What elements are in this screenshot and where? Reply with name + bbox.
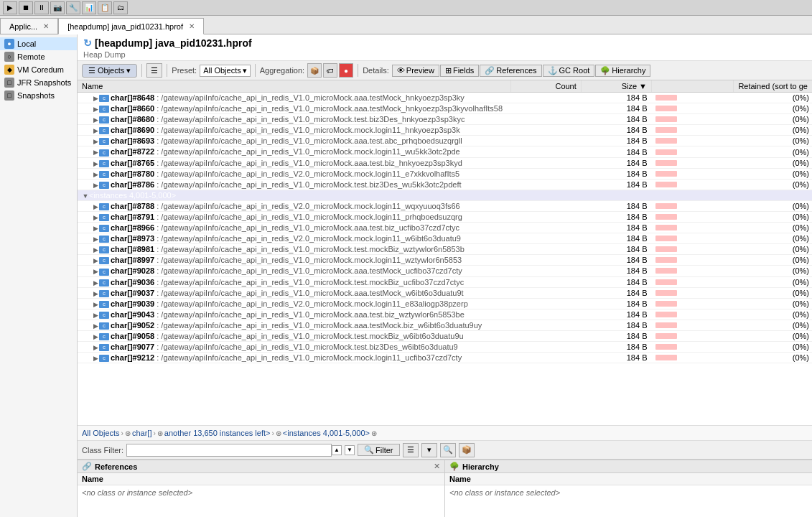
filter-input[interactable] <box>126 444 332 457</box>
toolbar-icon-5[interactable]: 🔧 <box>66 1 80 14</box>
table-row[interactable]: ▶cchar[]#8680 : /gateway/apiInfo/cache_a… <box>78 114 812 125</box>
aggr-icon-1[interactable]: 📦 <box>307 63 322 78</box>
filter-spinner-up[interactable]: ▲ <box>332 445 342 455</box>
sidebar-item-snapshots[interactable]: □ Snapshots <box>0 89 77 102</box>
expand-icon[interactable]: ▶ <box>92 322 99 330</box>
sidebar-item-local[interactable]: ● Local <box>0 37 77 50</box>
toolbar-icon-8[interactable]: 🗂 <box>113 1 128 14</box>
filter-extra-btn-1[interactable]: 🔍 <box>440 443 456 457</box>
sidebar-item-vm[interactable]: ◆ VM Coredum <box>0 63 77 76</box>
expand-icon[interactable]: ▶ <box>92 301 99 308</box>
toolbar-icon-7[interactable]: 📋 <box>98 1 112 14</box>
table-row[interactable]: ▶cchar[]#9043 : /gateway/apiInfo/cache_a… <box>78 309 812 320</box>
refresh-icon[interactable]: ↻ <box>83 37 92 49</box>
table-row[interactable]: ▶cchar[]#9036 : /gateway/apiInfo/cache_a… <box>78 276 812 287</box>
expand-icon[interactable]: ▶ <box>92 95 99 102</box>
filter-extra-btn-2[interactable]: 📦 <box>459 443 475 457</box>
toolbar-icon-6[interactable]: 📊 <box>82 1 96 14</box>
expand-icon[interactable]: ▶ <box>92 344 99 351</box>
expand-icon[interactable]: ▶ <box>92 149 99 156</box>
sidebar-item-jfr[interactable]: □ JFR Snapshots <box>0 76 77 89</box>
filter-spinner-down[interactable]: ▼ <box>345 445 355 455</box>
expand-icon[interactable]: ▶ <box>92 236 99 243</box>
tab-heapdump[interactable]: [heapdump] java_pid10231.hprof ✕ <box>58 18 204 34</box>
table-row[interactable]: ▶cchar[]#9037 : /gateway/apiInfo/cache_a… <box>78 287 812 298</box>
toolbar-icon-3[interactable]: ⏸ <box>34 1 49 14</box>
expand-icon[interactable]: ▶ <box>92 182 99 189</box>
references-panel-close[interactable]: ✕ <box>434 462 440 471</box>
table-row[interactable]: ▼<instances 4,001-5,000> <box>78 190 812 200</box>
table-row[interactable]: ▶cchar[]#8791 : /gateway/apiInfo/cache_a… <box>78 211 812 222</box>
tab-applic-close[interactable]: ✕ <box>43 22 49 30</box>
toolbar-icon-2[interactable]: ⏹ <box>19 1 33 14</box>
preset-dropdown[interactable]: All Objects ▾ <box>200 65 251 77</box>
col-count[interactable]: Count <box>511 80 582 93</box>
expand-icon[interactable]: ▶ <box>92 257 99 264</box>
expand-icon[interactable]: ▶ <box>92 214 99 221</box>
expand-icon[interactable]: ▶ <box>92 279 99 287</box>
table-row[interactable]: ▶cchar[]#8981 : /gateway/apiInfo/cache_a… <box>78 244 812 255</box>
table-row[interactable]: ▶cchar[]#9058 : /gateway/apiInfo/cache_a… <box>78 330 812 341</box>
expand-icon[interactable]: ▶ <box>92 127 99 134</box>
tab-gcroot[interactable]: ⚓ GC Root <box>543 65 595 77</box>
table-row[interactable]: ▶cchar[]#9039 : /gateway/apiInfo/cache_a… <box>78 298 812 309</box>
expand-icon[interactable]: ▶ <box>92 106 99 113</box>
breadcrumb-more-instances[interactable]: another 13,650 instances left> <box>164 429 271 437</box>
expand-icon[interactable]: ▶ <box>92 171 99 178</box>
expand-icon[interactable]: ▶ <box>92 246 99 253</box>
expand-icon[interactable]: ▶ <box>92 138 99 145</box>
tab-hierarchy[interactable]: 🌳 Hierarchy <box>595 65 650 77</box>
filter-layout-btn[interactable]: ☰ <box>403 443 419 457</box>
breadcrumb-all-objects[interactable]: All Objects <box>82 429 120 437</box>
col-name[interactable]: Name <box>78 80 511 93</box>
table-row[interactable]: ▶cchar[]#8648 : /gateway/apiInfo/cache_a… <box>78 93 812 103</box>
sidebar-item-remote[interactable]: ○ Remote <box>0 50 77 63</box>
table-row[interactable]: ▶cchar[]#8722 : /gateway/apiInfo/cache_a… <box>78 146 812 157</box>
table-row[interactable]: ▶cchar[]#8660 : /gateway/apiInfo/cache_a… <box>78 103 812 114</box>
aggr-icon-3[interactable]: ● <box>339 63 353 78</box>
table-row[interactable]: ▶cchar[]#9028 : /gateway/apiInfo/cache_a… <box>78 266 812 276</box>
table-container[interactable]: Name Count Size ▼ Retained (sort to ge ▶… <box>78 80 812 425</box>
expand-icon[interactable]: ▶ <box>92 203 99 210</box>
table-row[interactable]: ▶cchar[]#8693 : /gateway/apiInfo/cache_a… <box>78 136 812 146</box>
toolbar-icon-1[interactable]: ▶ <box>3 1 17 14</box>
filter-button[interactable]: 🔍 Filter <box>358 444 399 456</box>
tab-applic[interactable]: Applic... ✕ <box>0 18 58 34</box>
collapse-icon[interactable]: ▼ <box>82 192 89 200</box>
expand-icon[interactable]: ▶ <box>92 160 99 167</box>
table-row[interactable]: ▶cchar[]#9212 : /gateway/apiInfo/cache_a… <box>78 353 812 363</box>
breadcrumb-instances-range[interactable]: <instances 4,001-5,000> <box>283 429 370 437</box>
table-row[interactable]: ▶cchar[]#8780 : /gateway/apiInfo/cache_a… <box>78 168 812 179</box>
objects-button[interactable]: ☰ Objects ▾ <box>82 64 137 78</box>
expand-icon[interactable]: ▶ <box>92 333 99 340</box>
expand-icon[interactable]: ▶ <box>92 225 99 232</box>
expand-icon[interactable]: ▶ <box>92 355 99 362</box>
table-row[interactable]: ▶cchar[]#8997 : /gateway/apiInfo/cache_a… <box>78 255 812 266</box>
expand-icon[interactable]: ▶ <box>92 268 99 275</box>
table-row[interactable]: ▶cchar[]#8966 : /gateway/apiInfo/cache_a… <box>78 223 812 233</box>
table-row[interactable]: ▶cchar[]#8788 : /gateway/apiInfo/cache_a… <box>78 200 812 211</box>
col-retained[interactable]: Retained (sort to ge <box>734 80 812 93</box>
breadcrumb-nav-1[interactable]: ⊛ <box>125 429 131 437</box>
expand-icon[interactable]: ▶ <box>92 116 99 124</box>
tab-heapdump-close[interactable]: ✕ <box>189 22 195 30</box>
filter-action-btn[interactable]: ▾ <box>421 443 437 457</box>
toolbar-icon-4[interactable]: 📷 <box>50 1 65 14</box>
table-row[interactable]: ▶cchar[]#8786 : /gateway/apiInfo/cache_a… <box>78 179 812 190</box>
expand-icon[interactable]: ▶ <box>92 312 99 319</box>
list-view-btn[interactable]: ☰ <box>146 63 162 78</box>
expand-icon[interactable]: ▶ <box>92 290 99 297</box>
table-row[interactable]: ▶cchar[]#8765 : /gateway/apiInfo/cache_a… <box>78 157 812 168</box>
breadcrumb-nav-4[interactable]: ⊛ <box>371 429 377 437</box>
aggr-icon-2[interactable]: 🏷 <box>323 63 337 78</box>
tab-fields[interactable]: ⊞ Fields <box>440 65 479 77</box>
table-row[interactable]: ▶cchar[]#9077 : /gateway/apiInfo/cache_a… <box>78 342 812 353</box>
tab-preview[interactable]: 👁 Preview <box>392 65 439 77</box>
table-row[interactable]: ▶cchar[]#8690 : /gateway/apiInfo/cache_a… <box>78 125 812 136</box>
table-row[interactable]: ▶cchar[]#8973 : /gateway/apiInfo/cache_a… <box>78 233 812 244</box>
table-row[interactable]: ▶cchar[]#9052 : /gateway/apiInfo/cache_a… <box>78 320 812 330</box>
tab-references[interactable]: 🔗 References <box>480 65 541 77</box>
col-size[interactable]: Size ▼ <box>581 80 651 93</box>
breadcrumb-char-array[interactable]: char[] <box>132 429 152 437</box>
breadcrumb-nav-3[interactable]: ⊛ <box>276 429 281 437</box>
